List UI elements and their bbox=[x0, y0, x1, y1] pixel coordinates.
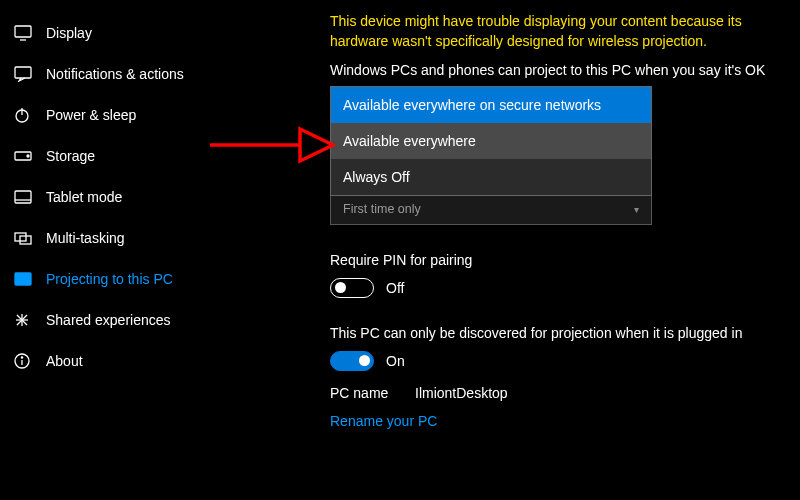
sidebar-item-label: Power & sleep bbox=[46, 107, 136, 123]
storage-icon bbox=[14, 150, 38, 162]
svg-rect-2 bbox=[15, 67, 31, 78]
discover-toggle[interactable] bbox=[330, 351, 374, 371]
content-pane: This device might have trouble displayin… bbox=[330, 0, 790, 429]
pc-name-key: PC name bbox=[330, 385, 415, 401]
sidebar-item-about[interactable]: About bbox=[0, 340, 255, 381]
power-icon bbox=[14, 107, 38, 123]
discover-label: This PC can only be discovered for proje… bbox=[330, 324, 790, 343]
sidebar-item-notifications[interactable]: Notifications & actions bbox=[0, 53, 255, 94]
project-permission-label: Windows PCs and phones can project to th… bbox=[330, 61, 790, 80]
sidebar-item-label: Shared experiences bbox=[46, 312, 171, 328]
sidebar-item-tablet[interactable]: Tablet mode bbox=[0, 176, 255, 217]
notifications-icon bbox=[14, 66, 38, 82]
dropdown-listbox: Available everywhere on secure networks … bbox=[330, 86, 652, 196]
rename-pc-link[interactable]: Rename your PC bbox=[330, 413, 437, 429]
pin-section: Require PIN for pairing Off bbox=[330, 251, 790, 298]
chevron-down-icon: ▾ bbox=[634, 204, 639, 215]
sidebar-item-power[interactable]: Power & sleep bbox=[0, 94, 255, 135]
sidebar-item-label: Multi-tasking bbox=[46, 230, 125, 246]
discover-toggle-state: On bbox=[386, 353, 405, 369]
dropdown-option[interactable]: Always Off bbox=[331, 159, 651, 195]
projecting-icon bbox=[14, 272, 38, 286]
sidebar: Display Notifications & actions Power & … bbox=[0, 0, 255, 381]
dropdown-option[interactable]: Available everywhere on secure networks bbox=[331, 87, 651, 123]
svg-rect-0 bbox=[15, 26, 31, 37]
pin-label: Require PIN for pairing bbox=[330, 251, 790, 270]
sidebar-item-display[interactable]: Display bbox=[0, 12, 255, 53]
shared-icon bbox=[14, 312, 38, 328]
project-permission-dropdown[interactable]: Available everywhere on secure networks … bbox=[330, 86, 652, 225]
sidebar-item-multitasking[interactable]: Multi-tasking bbox=[0, 217, 255, 258]
tablet-icon bbox=[14, 190, 38, 204]
pc-name-value: IlmiontDesktop bbox=[415, 385, 508, 401]
sidebar-item-label: Notifications & actions bbox=[46, 66, 184, 82]
sidebar-item-label: Tablet mode bbox=[46, 189, 122, 205]
sidebar-item-label: Display bbox=[46, 25, 92, 41]
dropdown-option[interactable]: Available everywhere bbox=[331, 123, 651, 159]
about-icon bbox=[14, 353, 38, 369]
discover-section: This PC can only be discovered for proje… bbox=[330, 324, 790, 371]
svg-point-18 bbox=[21, 356, 22, 357]
sidebar-item-projecting[interactable]: Projecting to this PC bbox=[0, 258, 255, 299]
dropdown-value-text: First time only bbox=[343, 202, 421, 216]
sidebar-item-label: About bbox=[46, 353, 83, 369]
svg-marker-20 bbox=[300, 129, 333, 161]
sidebar-item-storage[interactable]: Storage bbox=[0, 135, 255, 176]
svg-rect-7 bbox=[15, 191, 31, 203]
sidebar-item-shared[interactable]: Shared experiences bbox=[0, 299, 255, 340]
pin-toggle-state: Off bbox=[386, 280, 404, 296]
hardware-warning: This device might have trouble displayin… bbox=[330, 12, 790, 51]
svg-point-6 bbox=[27, 155, 29, 157]
sidebar-item-label: Projecting to this PC bbox=[46, 271, 173, 287]
sidebar-item-label: Storage bbox=[46, 148, 95, 164]
display-icon bbox=[14, 25, 38, 41]
pin-toggle[interactable] bbox=[330, 278, 374, 298]
dropdown-collapsed-value[interactable]: First time only ▾ bbox=[330, 196, 652, 225]
multitasking-icon bbox=[14, 231, 38, 245]
pc-name-row: PC name IlmiontDesktop bbox=[330, 385, 790, 401]
